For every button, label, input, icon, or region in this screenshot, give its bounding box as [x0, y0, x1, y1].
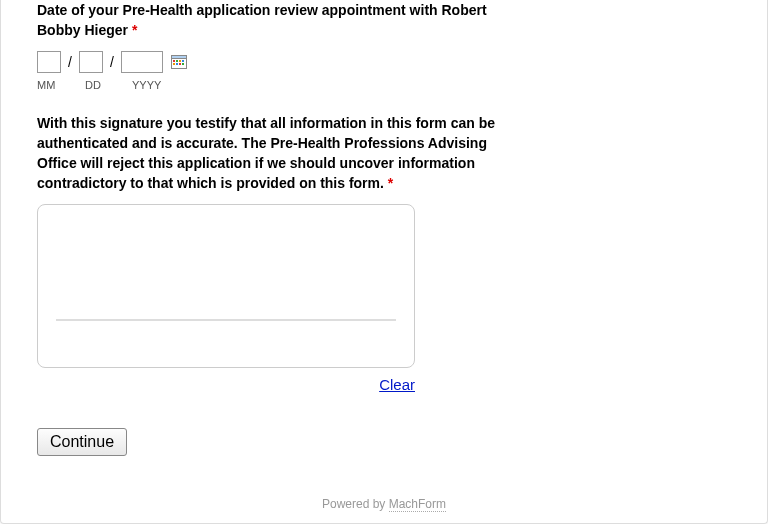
date-field-label: Date of your Pre-Health application revi…	[37, 0, 517, 41]
footer-link[interactable]: MachForm	[389, 497, 446, 512]
mm-sublabel: MM	[37, 79, 65, 91]
dd-sublabel: DD	[85, 79, 113, 91]
calendar-icon[interactable]	[171, 54, 187, 70]
required-asterisk: *	[132, 22, 137, 38]
date-yyyy-input[interactable]	[121, 51, 163, 73]
continue-button[interactable]: Continue	[37, 428, 127, 456]
date-sub-labels: MM DD YYYY	[37, 79, 731, 91]
svg-rect-3	[176, 60, 178, 62]
page-footer: Powered by MachForm	[1, 497, 767, 511]
signature-pad[interactable]	[37, 204, 415, 368]
signature-label-text: With this signature you testify that all…	[37, 115, 495, 192]
date-mm-input[interactable]	[37, 51, 61, 73]
signature-clear-row: Clear	[37, 376, 415, 394]
yyyy-sublabel: YYYY	[132, 79, 161, 91]
date-separator-1: /	[68, 54, 72, 70]
clear-signature-link[interactable]: Clear	[379, 376, 415, 393]
date-label-text: Date of your Pre-Health application revi…	[37, 2, 487, 38]
svg-rect-6	[173, 63, 175, 65]
date-separator-2: /	[110, 54, 114, 70]
svg-rect-1	[171, 55, 186, 58]
footer-prefix: Powered by	[322, 497, 389, 511]
svg-rect-8	[179, 63, 181, 65]
date-input-row: / /	[37, 51, 731, 73]
svg-rect-7	[176, 63, 178, 65]
svg-rect-2	[173, 60, 175, 62]
required-asterisk: *	[388, 175, 393, 191]
signature-line	[56, 319, 396, 321]
svg-rect-5	[182, 60, 184, 62]
svg-rect-9	[182, 63, 184, 65]
svg-rect-4	[179, 60, 181, 62]
signature-field-label: With this signature you testify that all…	[37, 113, 517, 194]
date-dd-input[interactable]	[79, 51, 103, 73]
